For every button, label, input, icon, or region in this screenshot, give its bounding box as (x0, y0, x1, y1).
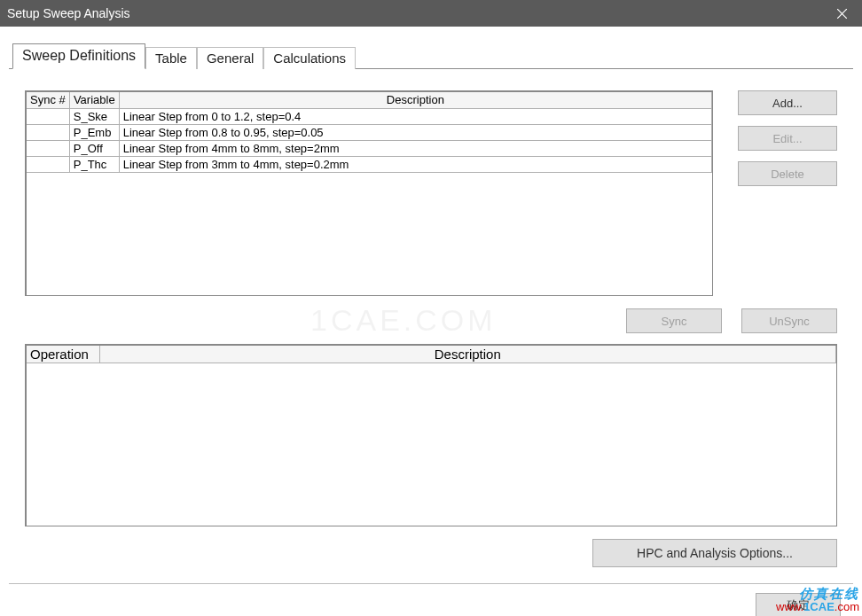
sweep-definitions-grid[interactable]: Sync # Variable Description S_SkeLinear … (25, 90, 713, 296)
cell-variable[interactable]: P_Off (69, 140, 119, 156)
ok-button[interactable]: 确定 (756, 593, 841, 616)
tab-general[interactable]: General (197, 47, 263, 69)
cell-description[interactable]: Linear Step from 4mm to 8mm, step=2mm (119, 140, 711, 156)
tab-table[interactable]: Table (145, 47, 197, 69)
cell-description[interactable]: Linear Step from 0.8 to 0.95, step=0.05 (119, 124, 711, 140)
table-row[interactable]: P_OffLinear Step from 4mm to 8mm, step=2… (27, 140, 712, 156)
col-header-op-description[interactable]: Description (99, 346, 836, 363)
operations-grid[interactable]: Operation Description (25, 344, 837, 526)
cell-sync[interactable] (27, 156, 69, 172)
col-header-sync[interactable]: Sync # (27, 92, 69, 108)
cell-sync[interactable] (27, 140, 69, 156)
window-title: Setup Sweep Analysis (7, 6, 822, 20)
table-row[interactable]: P_ThcLinear Step from 3mm to 4mm, step=0… (27, 156, 712, 172)
col-header-variable[interactable]: Variable (69, 92, 119, 108)
sync-button[interactable]: Sync (626, 308, 722, 333)
delete-button[interactable]: Delete (738, 161, 837, 186)
col-header-operation[interactable]: Operation (27, 346, 99, 363)
unsync-button[interactable]: UnSync (741, 308, 837, 333)
close-icon (837, 9, 847, 19)
tab-calculations[interactable]: Calculations (263, 47, 356, 69)
cell-description[interactable]: Linear Step from 0 to 1.2, step=0.4 (119, 108, 711, 124)
tab-sweep-definitions[interactable]: Sweep Definitions (12, 43, 145, 69)
cell-sync[interactable] (27, 124, 69, 140)
cell-variable[interactable]: S_Ske (69, 108, 119, 124)
cell-sync[interactable] (27, 108, 69, 124)
table-row[interactable]: P_EmbLinear Step from 0.8 to 0.95, step=… (27, 124, 712, 140)
cell-description[interactable]: Linear Step from 3mm to 4mm, step=0.2mm (119, 156, 711, 172)
close-button[interactable] (822, 0, 862, 27)
tab-bar: Sweep Definitions Table General Calculat… (12, 43, 853, 68)
hpc-options-button[interactable]: HPC and Analysis Options... (592, 539, 837, 567)
table-row[interactable]: S_SkeLinear Step from 0 to 1.2, step=0.4 (27, 108, 712, 124)
add-button[interactable]: Add... (738, 90, 837, 115)
cell-variable[interactable]: P_Emb (69, 124, 119, 140)
titlebar: Setup Sweep Analysis (0, 0, 862, 27)
col-header-description[interactable]: Description (119, 92, 711, 108)
cell-variable[interactable]: P_Thc (69, 156, 119, 172)
edit-button[interactable]: Edit... (738, 126, 837, 151)
